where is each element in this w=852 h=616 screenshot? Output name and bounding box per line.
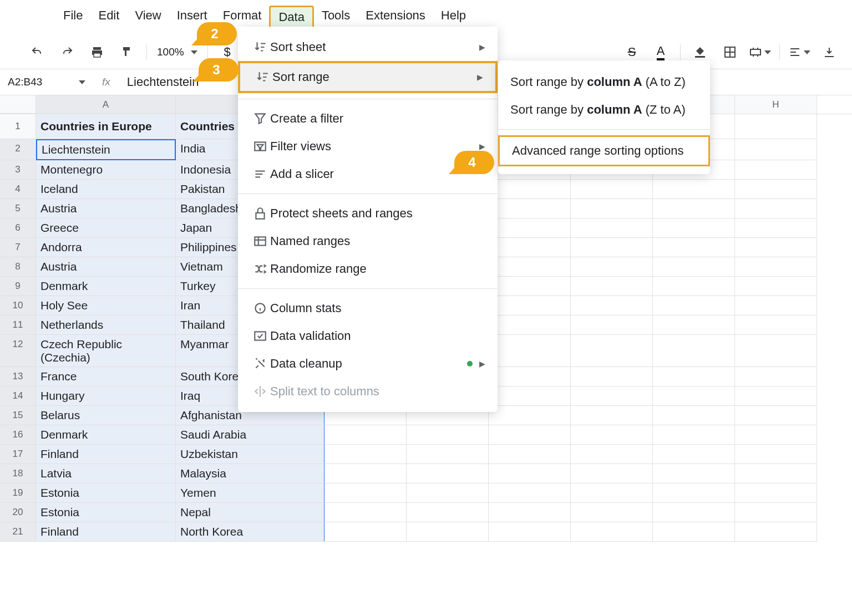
corner-cell[interactable] bbox=[0, 95, 36, 114]
cell[interactable]: Estonia bbox=[36, 483, 176, 503]
named-ranges-icon bbox=[250, 234, 270, 248]
cell[interactable]: Finland bbox=[36, 445, 176, 464]
menu-item-label: Create a filter bbox=[270, 111, 485, 126]
menu-item-sort-range[interactable]: Sort range ▶ bbox=[238, 61, 498, 93]
row-header[interactable]: 9 bbox=[0, 277, 36, 296]
row-header[interactable]: 20 bbox=[0, 503, 36, 522]
formula-bar[interactable]: Liechtenstein bbox=[121, 72, 199, 93]
menu-item-data-validation[interactable]: Data validation bbox=[238, 322, 498, 350]
submenu-item[interactable]: Sort range by column A (Z to A) bbox=[498, 96, 710, 124]
redo-button[interactable] bbox=[55, 42, 79, 62]
name-box[interactable]: A2:B43 bbox=[6, 73, 72, 91]
chevron-down-icon bbox=[79, 80, 85, 84]
text-color-button[interactable]: A bbox=[649, 42, 672, 62]
svg-rect-23 bbox=[255, 332, 266, 340]
row-header[interactable]: 6 bbox=[0, 218, 36, 238]
cell[interactable]: Holy See bbox=[36, 296, 176, 315]
row-header[interactable]: 10 bbox=[0, 296, 36, 315]
row-header[interactable]: 12 bbox=[0, 335, 36, 367]
cell[interactable]: Belarus bbox=[36, 406, 176, 425]
paint-format-button[interactable] bbox=[115, 42, 139, 62]
menu-file[interactable]: File bbox=[55, 6, 90, 29]
cell[interactable]: Austria bbox=[36, 257, 176, 277]
row-header[interactable]: 3 bbox=[0, 160, 36, 180]
svg-rect-18 bbox=[256, 213, 264, 219]
submenu-item[interactable]: Sort range by column A (A to Z) bbox=[498, 68, 710, 96]
svg-rect-9 bbox=[750, 49, 760, 55]
menu-item-named-ranges[interactable]: Named ranges bbox=[238, 227, 498, 255]
cell[interactable]: Andorra bbox=[36, 238, 176, 257]
borders-button[interactable] bbox=[718, 42, 742, 62]
align-button[interactable] bbox=[788, 42, 811, 62]
cell[interactable]: Latvia bbox=[36, 464, 176, 483]
merge-button[interactable] bbox=[748, 42, 772, 62]
row-header[interactable]: 21 bbox=[0, 522, 36, 542]
row-header[interactable]: 15 bbox=[0, 406, 36, 425]
menu-item-data-cleanup[interactable]: Data cleanup ▶ bbox=[238, 350, 498, 378]
cell[interactable]: Denmark bbox=[36, 277, 176, 296]
cell[interactable]: Saudi Arabia bbox=[176, 425, 324, 445]
row-header[interactable]: 8 bbox=[0, 257, 36, 277]
menu-item-label: Named ranges bbox=[270, 234, 485, 248]
zoom-select[interactable]: 100% bbox=[151, 46, 203, 58]
row-header[interactable]: 19 bbox=[0, 483, 36, 503]
row-header[interactable]: 14 bbox=[0, 386, 36, 406]
col-header-a[interactable]: A bbox=[36, 95, 176, 114]
row-header[interactable]: 2 bbox=[0, 139, 36, 160]
cell[interactable]: Countries in Europe bbox=[36, 114, 176, 139]
print-button[interactable] bbox=[85, 42, 109, 62]
menu-data[interactable]: Data bbox=[269, 6, 313, 29]
cell[interactable]: Montenegro bbox=[36, 160, 176, 180]
cell[interactable]: Greece bbox=[36, 218, 176, 238]
valign-button[interactable] bbox=[818, 42, 841, 62]
cell[interactable]: France bbox=[36, 367, 176, 386]
cell[interactable]: Liechtenstein bbox=[36, 139, 176, 160]
undo-button[interactable] bbox=[26, 42, 49, 62]
cell[interactable]: North Korea bbox=[176, 522, 324, 542]
row-header[interactable]: 4 bbox=[0, 180, 36, 199]
cell[interactable]: Uzbekistan bbox=[176, 445, 324, 464]
menu-item-column-stats[interactable]: Column stats bbox=[238, 294, 498, 322]
sort-sheet-icon bbox=[250, 40, 270, 54]
cell[interactable]: Finland bbox=[36, 522, 176, 542]
menu-item-randomize-range[interactable]: Randomize range bbox=[238, 255, 498, 283]
data-cleanup-icon bbox=[250, 357, 270, 371]
cell[interactable]: Estonia bbox=[36, 503, 176, 522]
cell[interactable]: Yemen bbox=[176, 483, 324, 503]
menu-item-sort-sheet[interactable]: Sort sheet ▶ bbox=[238, 33, 498, 61]
col-header-h[interactable]: H bbox=[735, 95, 817, 114]
cell[interactable]: Malaysia bbox=[176, 464, 324, 483]
menu-tools[interactable]: Tools bbox=[314, 6, 358, 29]
cell[interactable]: Netherlands bbox=[36, 315, 176, 335]
svg-rect-0 bbox=[93, 47, 101, 50]
menu-item-create-a-filter[interactable]: Create a filter bbox=[238, 105, 498, 133]
menu-view[interactable]: View bbox=[127, 6, 169, 29]
menu-edit[interactable]: Edit bbox=[90, 6, 127, 29]
row-header[interactable]: 17 bbox=[0, 445, 36, 464]
data-validation-icon bbox=[250, 329, 270, 343]
menu-item-label: Sort sheet bbox=[270, 40, 479, 54]
row-header[interactable]: 16 bbox=[0, 425, 36, 445]
row-header[interactable]: 5 bbox=[0, 199, 36, 218]
menu-item-protect-sheets-and-ranges[interactable]: Protect sheets and ranges bbox=[238, 200, 498, 227]
cell[interactable]: Nepal bbox=[176, 503, 324, 522]
randomize-range-icon bbox=[250, 262, 270, 276]
submenu-item[interactable]: Advanced range sorting options bbox=[498, 135, 710, 166]
row-header[interactable]: 1 bbox=[0, 114, 36, 139]
menu-help[interactable]: Help bbox=[433, 6, 474, 29]
row-header[interactable]: 13 bbox=[0, 367, 36, 386]
row-header[interactable]: 18 bbox=[0, 464, 36, 483]
chevron-right-icon: ▶ bbox=[479, 359, 485, 368]
fill-color-button[interactable] bbox=[688, 42, 712, 62]
menu-item-label: Filter views bbox=[270, 139, 479, 154]
strikethrough-button[interactable]: S bbox=[620, 42, 643, 62]
cell[interactable]: Austria bbox=[36, 199, 176, 218]
cell[interactable]: Denmark bbox=[36, 425, 176, 445]
cell[interactable]: Czech Republic (Czechia) bbox=[36, 335, 176, 367]
menu-extensions[interactable]: Extensions bbox=[358, 6, 433, 29]
row-header[interactable]: 7 bbox=[0, 238, 36, 257]
cell[interactable]: Hungary bbox=[36, 386, 176, 406]
row-header[interactable]: 11 bbox=[0, 315, 36, 335]
cell[interactable]: Iceland bbox=[36, 180, 176, 199]
add-a-slicer-icon bbox=[250, 167, 270, 181]
